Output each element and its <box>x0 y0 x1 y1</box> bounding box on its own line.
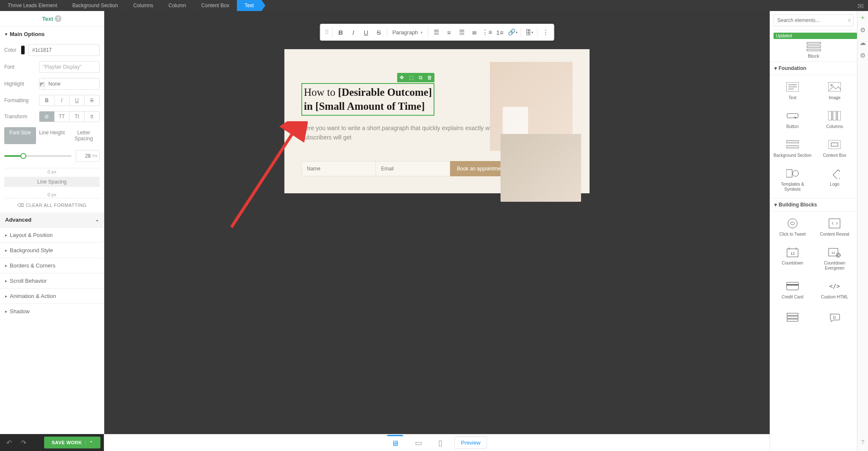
selected-text-element[interactable]: ✥ ⬚ ⧉ 🗑 How to [Desirable Outcome] in [S… <box>301 83 434 116</box>
ul-icon[interactable]: ⋮≡ <box>481 26 493 39</box>
el-countdown-eg[interactable]: 12Countdown Evergreen <box>814 242 856 275</box>
italic-button[interactable]: I <box>55 95 70 106</box>
svg-rect-15 <box>786 146 799 148</box>
clear-search-icon[interactable]: × <box>848 17 851 24</box>
drag-handle-icon[interactable]: ⠿ <box>322 29 331 36</box>
move-icon[interactable]: ✥ <box>397 73 406 82</box>
email-field[interactable] <box>376 161 450 176</box>
tb-italic[interactable]: I <box>347 26 360 39</box>
logo-icon <box>827 167 842 179</box>
bold-button[interactable]: B <box>39 95 55 106</box>
section-foundation[interactable]: ▾Foundation <box>770 61 857 75</box>
save-el-icon[interactable]: ⬚ <box>406 73 416 82</box>
element-block[interactable]: Block <box>770 39 857 61</box>
el-templates[interactable]: Templates & Symbols <box>772 163 813 196</box>
breadcrumb-item-5[interactable]: Text <box>237 0 262 11</box>
tablet-icon[interactable]: ▭ <box>411 437 426 449</box>
tb-strike[interactable]: S <box>373 26 385 39</box>
help-icon[interactable]: ? <box>55 15 61 22</box>
el-text[interactable]: Text <box>772 77 813 105</box>
transform-cap[interactable]: Tt <box>70 111 85 122</box>
section-borders[interactable]: ▸Borders & Corners <box>0 258 104 273</box>
font-size-value[interactable]: 28 PX <box>76 150 100 162</box>
section-animation[interactable]: ▸Animation & Action <box>0 288 104 303</box>
undo-icon[interactable]: ↶ <box>3 439 14 447</box>
section-shadow[interactable]: ▸Shadow <box>0 303 104 319</box>
tab-line-height[interactable]: Line Height <box>36 127 68 144</box>
section-layout[interactable]: ▸Layout & Position <box>0 227 104 242</box>
el-content-reveal[interactable]: Content Reveal <box>814 213 856 241</box>
redo-icon[interactable]: ↷ <box>18 439 29 447</box>
section-advanced[interactable]: Advanced ⌄ <box>0 212 104 227</box>
el-credit-card[interactable]: Credit Card <box>772 276 813 304</box>
align-left-icon[interactable]: ☰ <box>430 26 442 39</box>
line-spacing-label[interactable]: Line Spacing <box>4 177 100 187</box>
el-image[interactable]: Image <box>814 77 856 105</box>
link-icon[interactable]: 🔗▾ <box>506 26 519 39</box>
settings-rail-icon[interactable]: ⚙ <box>859 26 867 35</box>
el-button[interactable]: Button <box>772 106 813 134</box>
save-caret-icon[interactable]: ⌃ <box>86 440 93 445</box>
highlight-icon[interactable]: ◩ <box>39 78 45 89</box>
breadcrumb-item-2[interactable]: Columns <box>125 0 161 11</box>
el-countdown[interactable]: 12Countdown <box>772 242 813 275</box>
data-icon[interactable]: 🗄▾ <box>523 26 535 39</box>
el-content-box[interactable]: Content Box <box>814 134 856 162</box>
gear2-icon[interactable]: ⚙ <box>859 52 867 60</box>
section-scroll[interactable]: ▸Scroll Behavior <box>0 273 104 288</box>
tab-letter-spacing[interactable]: Letter Spacing <box>68 127 100 144</box>
align-justify-icon[interactable]: ≣ <box>468 26 481 39</box>
strike-button[interactable]: S <box>85 95 100 106</box>
page-canvas[interactable]: ✥ ⬚ ⧉ 🗑 How to [Desirable Outcome] in [S… <box>284 49 590 193</box>
color-input[interactable] <box>28 44 100 56</box>
tb-underline[interactable]: U <box>360 26 373 39</box>
el-click-tweet[interactable]: Click to Tweet <box>772 213 813 241</box>
mobile-icon[interactable]: ▯ <box>434 437 447 449</box>
search-elements-input[interactable] <box>773 14 854 26</box>
delete-icon[interactable]: 🗑 <box>425 73 434 82</box>
el-columns[interactable]: Columns <box>814 106 856 134</box>
preview-button[interactable]: Preview <box>454 437 487 449</box>
decor-image-2[interactable] <box>501 134 581 202</box>
font-input[interactable] <box>39 61 100 72</box>
el-logo[interactable]: Logo <box>814 163 856 196</box>
color-swatch[interactable] <box>21 45 25 55</box>
tab-font-size[interactable]: Font Size <box>4 127 36 144</box>
section-main-options[interactable]: ▾ Main Options <box>0 27 104 42</box>
cloud-icon[interactable]: ☁ <box>859 39 867 47</box>
section-building-blocks[interactable]: ▾Building Blocks <box>770 198 857 212</box>
save-button[interactable]: SAVE WORK ⌃ <box>44 437 100 448</box>
el-custom-html[interactable]: </>Custom HTML <box>814 276 856 304</box>
breadcrumb-item-3[interactable]: Column <box>161 0 194 11</box>
breadcrumb-item-4[interactable]: Content Box <box>194 0 237 11</box>
highlight-input[interactable] <box>45 78 100 89</box>
more-icon[interactable]: ⋮ <box>539 26 552 39</box>
align-center-icon[interactable]: ≡ <box>442 26 455 39</box>
countdown-icon: 12 <box>785 246 800 258</box>
desktop-icon[interactable]: 🖥 <box>387 435 403 450</box>
breadcrumb-item-1[interactable]: Background Section <box>65 0 125 11</box>
tb-bold[interactable]: B <box>334 26 347 39</box>
add-element-icon[interactable]: ＋ <box>859 14 867 22</box>
svg-rect-32 <box>787 313 798 315</box>
headline-text[interactable]: How to [Desirable Outcome] in [Small Amo… <box>304 86 432 113</box>
section-background[interactable]: ▸Background Style <box>0 242 104 258</box>
transform-none[interactable]: ⊘ <box>39 111 55 122</box>
transform-lower[interactable]: tt <box>85 111 100 122</box>
align-right-icon[interactable]: ☰ <box>455 26 468 39</box>
transform-upper[interactable]: TT <box>55 111 70 122</box>
duplicate-icon[interactable]: ⧉ <box>416 73 425 82</box>
mail-icon[interactable]: ✉ <box>853 0 868 11</box>
ol-icon[interactable]: 1≡ <box>493 26 506 39</box>
clear-formatting[interactable]: ⌫ CLEAR ALL FORMATTING <box>0 198 104 212</box>
el-more-2[interactable]: D <box>814 307 856 330</box>
el-bg-section[interactable]: Background Section <box>772 134 813 162</box>
breadcrumb-item-0[interactable]: Thrive Leads Element <box>0 0 65 11</box>
el-more-1[interactable] <box>772 307 813 330</box>
underline-button[interactable]: U <box>70 95 85 106</box>
subheading-text[interactable]: Here you want to write a short paragraph… <box>301 123 512 142</box>
name-field[interactable] <box>301 161 376 176</box>
help-rail-icon[interactable]: ? <box>859 438 867 447</box>
tb-paragraph-select[interactable]: Paragraph▾ <box>389 29 426 36</box>
font-size-slider[interactable] <box>4 155 72 157</box>
